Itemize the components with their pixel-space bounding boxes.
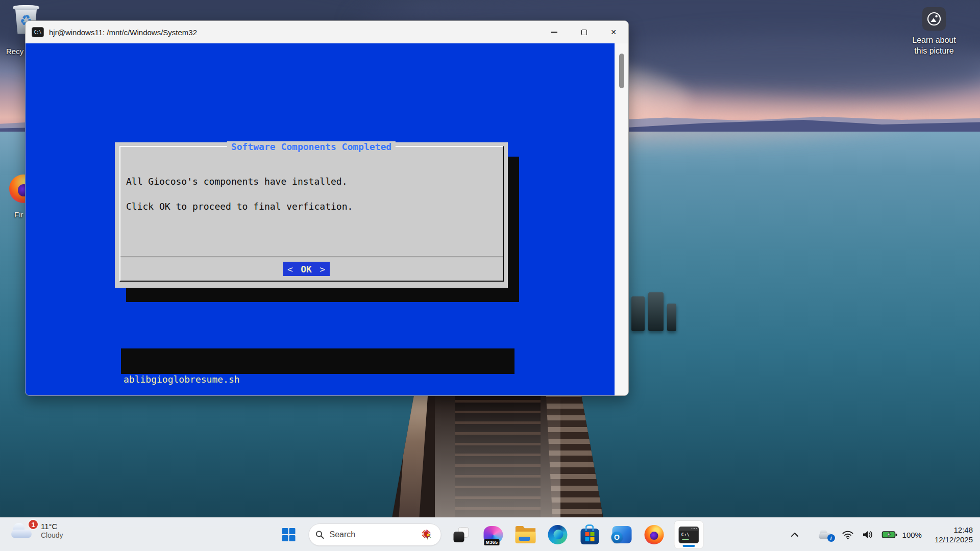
m365-copilot-icon: M365 [484,526,503,544]
outlook-o-badge: O [611,532,623,543]
system-tray: i [790,518,973,551]
terminal-app-icon: C:\ [679,527,699,543]
clock-widget[interactable]: 12:48 12/12/2025 [935,525,973,544]
microsoft-store-button[interactable] [578,521,602,548]
poinsettia-icon: ✶ ✺ [422,528,435,541]
terminal-content: Software Components Completed All Giocos… [26,43,615,396]
scrollbar-thumb[interactable] [619,54,624,88]
weather-widget[interactable]: 1 11°C Cloudy [11,522,63,539]
m365-copilot-button[interactable]: M365 [481,521,506,548]
search-icon [315,530,325,539]
clock-time: 12:48 [935,525,973,535]
minimize-icon [551,32,557,33]
ok-button[interactable]: < OK > [283,262,330,276]
file-explorer-icon [516,526,536,543]
windows-logo-icon [282,528,296,541]
file-explorer-button[interactable] [513,521,538,548]
taskbar-center: Search ✶ ✺ M365 [277,518,704,551]
maximize-icon [581,30,587,35]
clock-date: 12/12/2025 [935,535,973,544]
weather-condition: Cloudy [41,531,63,539]
task-view-icon [454,527,469,542]
wooden-pier [385,392,610,517]
ok-bracket-right: > [320,264,325,274]
microsoft-store-icon [581,529,599,544]
battery-button[interactable] [881,530,898,540]
pier-posts [631,292,676,331]
ok-label: OK [301,264,312,274]
terminal-window: C:\ hjr@windows11: /mnt/c/Windows/System… [25,20,629,396]
photo-icon [926,11,942,27]
battery-charging-icon [881,530,898,540]
pier-highlight [435,392,560,517]
search-placeholder: Search [330,530,416,539]
wifi-button[interactable] [842,530,854,540]
battery-percent: 100% [902,531,922,539]
pier-beam [399,392,428,517]
chevron-up-icon [790,531,800,539]
minimize-button[interactable] [540,21,569,43]
maximize-button[interactable] [569,21,599,43]
firefox-icon [645,525,664,544]
onedrive-tray-button[interactable]: i [819,529,834,540]
active-app-indicator [683,545,695,547]
learn-about-label-2: this picture [903,45,965,56]
window-title: hjr@windows11: /mnt/c/Windows/System32 [49,28,197,37]
weather-temperature: 11°C [41,522,63,531]
taskbar: 1 11°C Cloudy Search ✶ ✺ [0,517,980,551]
terminal-output-box: ablibgioglobresume.sh 6eb20892679a0ce196… [121,348,514,374]
search-box[interactable]: Search ✶ ✺ [309,523,442,546]
outlook-icon: O [612,526,632,543]
learn-about-picture[interactable]: Learn about this picture [903,7,965,56]
learn-about-label-1: Learn about [903,35,965,45]
m365-badge: M365 [484,539,500,545]
outlook-button[interactable]: O [610,521,634,548]
onedrive-info-badge: i [827,534,835,542]
tui-dialog: Software Components Completed All Giocos… [115,142,508,288]
picture-info-tile[interactable] [922,7,946,31]
window-controls: ✕ [540,21,628,43]
volume-button[interactable] [862,530,874,540]
task-view-button[interactable] [449,521,474,548]
notification-badge: 1 [28,519,39,530]
dialog-title: Software Components Completed [227,141,396,152]
edge-icon [548,525,568,544]
window-titlebar[interactable]: C:\ hjr@windows11: /mnt/c/Windows/System… [26,21,628,43]
edge-button[interactable] [546,521,570,548]
dialog-message-line2: Click OK to proceed to final verfication… [126,201,353,212]
close-icon: ✕ [610,29,617,36]
desktop: ♻ Recy Fir Learn about this picture C:\ … [0,0,980,551]
dialog-separator [120,256,503,257]
speaker-icon [862,530,874,540]
ok-bracket-left: < [287,264,293,274]
start-button[interactable] [277,521,301,548]
firefox-label: Fir [14,210,23,219]
firefox-button[interactable] [642,521,667,548]
scrollbar-track[interactable] [615,43,629,396]
recycle-bin-label: Recy [6,47,23,56]
terminal-button-active[interactable]: C:\ [674,520,704,549]
onedrive-cloud-icon: i [819,529,834,540]
tray-overflow-button[interactable] [790,531,800,539]
weather-cloud-icon: 1 [11,522,35,539]
close-button[interactable]: ✕ [599,21,628,43]
cmd-window-icon: C:\ [32,27,44,37]
dialog-message-line1: All Giocoso's components have installed. [126,176,347,187]
wifi-icon [842,530,854,540]
terminal-output-line: ablibgioglobresume.sh [124,373,512,386]
